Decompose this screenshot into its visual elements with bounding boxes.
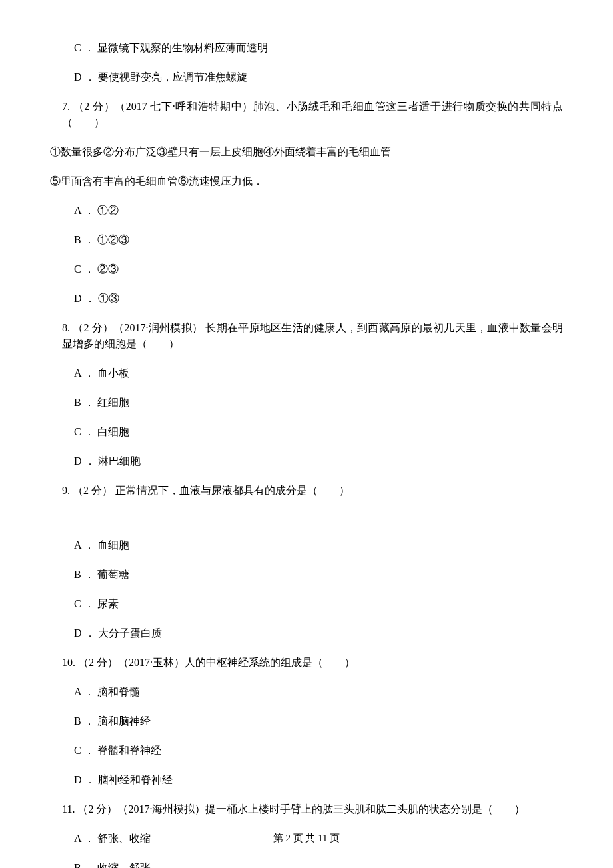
q10-option-a: A ． 脑和脊髓 (50, 684, 563, 700)
q7-option-a: A ． ①② (50, 203, 563, 219)
q10-option-b: B ． 脑和脑神经 (50, 713, 563, 729)
q9-option-a: A ． 血细胞 (50, 537, 563, 553)
q8-option-a: A ． 血小板 (50, 365, 563, 381)
q7-stem: 7. （2 分）（2017 七下·呼和浩特期中）肺泡、小肠绒毛和毛细血管这三者适… (50, 99, 563, 131)
q10-option-d: D ． 脑神经和脊神经 (50, 772, 563, 788)
q7-option-d: D ． ①③ (50, 291, 563, 307)
q10-option-c: C ． 脊髓和脊神经 (50, 743, 563, 759)
page-footer: 第 2 页 共 11 页 (0, 831, 613, 846)
q11-option-b: B ． 收缩、舒张 (50, 860, 563, 868)
q7-option-c: C ． ②③ (50, 261, 563, 277)
q8-stem: 8. （2 分）（2017·润州模拟） 长期在平原地区生活的健康人，到西藏高原的… (50, 320, 563, 352)
prev-option-c: C ． 显微镜下观察的生物材料应薄而透明 (50, 40, 563, 56)
spacer (50, 512, 563, 537)
q9-option-c: C ． 尿素 (50, 596, 563, 612)
prev-option-d: D ． 要使视野变亮，应调节准焦螺旋 (50, 69, 563, 85)
q11-stem: 11. （2 分）（2017·海州模拟）提一桶水上楼时手臂上的肱三头肌和肱二头肌… (50, 801, 563, 817)
q8-option-d: D ． 淋巴细胞 (50, 453, 563, 469)
q8-option-c: C ． 白细胞 (50, 424, 563, 440)
q7-line3: ⑤里面含有丰富的毛细血管⑥流速慢压力低． (50, 173, 563, 189)
q9-stem: 9. （2 分） 正常情况下，血液与尿液都具有的成分是（ ） (50, 483, 563, 499)
q9-option-b: B ． 葡萄糖 (50, 567, 563, 583)
q10-stem: 10. （2 分）（2017·玉林）人的中枢神经系统的组成是（ ） (50, 655, 563, 671)
q7-option-b: B ． ①②③ (50, 232, 563, 248)
page-content: C ． 显微镜下观察的生物材料应薄而透明 D ． 要使视野变亮，应调节准焦螺旋 … (0, 0, 613, 868)
q9-option-d: D ． 大分子蛋白质 (50, 625, 563, 641)
q8-option-b: B ． 红细胞 (50, 395, 563, 411)
q7-line2: ①数量很多②分布广泛③壁只有一层上皮细胞④外面绕着丰富的毛细血管 (50, 144, 563, 160)
